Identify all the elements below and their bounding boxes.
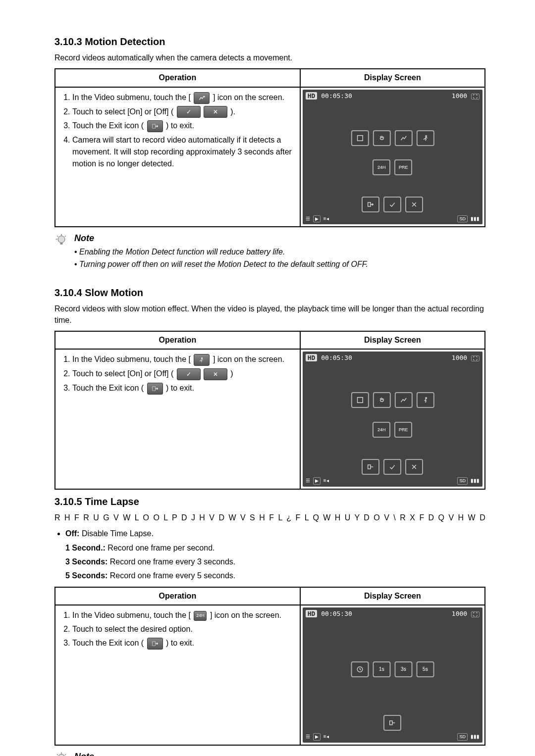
slow-motion-icon bbox=[194, 354, 210, 366]
svg-rect-17 bbox=[390, 721, 392, 725]
svg-rect-14 bbox=[368, 465, 371, 469]
five-seconds-icon: 5s bbox=[416, 661, 434, 677]
exit-cell-icon bbox=[362, 197, 379, 212]
motion-icon bbox=[394, 130, 412, 146]
lightbulb-icon bbox=[54, 752, 68, 756]
24h-icon: 24H bbox=[194, 611, 207, 621]
x-icon: ✕ bbox=[204, 106, 227, 118]
display-screen-slow: HD 00:05:30 1000 ⛶ 24H PRE bbox=[300, 349, 485, 489]
exit-icon bbox=[147, 638, 163, 650]
step-2: Touch to select the desired option. bbox=[72, 623, 296, 635]
off-clock-icon bbox=[351, 661, 369, 677]
svg-point-13 bbox=[425, 398, 427, 399]
motion-detect-icon bbox=[194, 92, 210, 104]
col-operation: Operation bbox=[55, 587, 300, 605]
intro-time-lapse-garbled: R H F R U G V W L O O L P D J H V D W V … bbox=[54, 512, 485, 523]
svg-rect-1 bbox=[357, 135, 363, 141]
exit-icon bbox=[147, 120, 163, 132]
col-operation: Operation bbox=[55, 331, 300, 349]
x-cell-icon bbox=[405, 459, 423, 475]
runner-icon bbox=[416, 130, 434, 146]
svg-rect-12 bbox=[357, 398, 363, 403]
svg-point-2 bbox=[425, 135, 427, 137]
time-lapse-options: Off: Disable Time Lapse. 1 Second.: Reco… bbox=[54, 528, 485, 582]
step-2: Touch to select [On] or [Off] ( ✓ ✕ ). bbox=[72, 106, 296, 118]
step-1: In the Video submenu, touch the [ ] icon… bbox=[72, 92, 296, 104]
svg-line-7 bbox=[57, 236, 58, 237]
motion-icon bbox=[394, 392, 412, 408]
hand-icon bbox=[373, 130, 390, 146]
note-item: Turning power off then on will reset the… bbox=[74, 259, 368, 270]
note-title: Note bbox=[74, 751, 329, 756]
svg-line-21 bbox=[57, 754, 58, 755]
table-time-lapse: Operation Display Screen In the Video su… bbox=[54, 587, 485, 746]
step-4: Camera will start to record video automa… bbox=[72, 134, 296, 170]
note-item: Enabling the Motion Detect function will… bbox=[74, 247, 368, 257]
table-slow-motion: Operation Display Screen In the Video su… bbox=[54, 331, 485, 490]
three-seconds-icon: 3s bbox=[394, 661, 412, 677]
svg-rect-0 bbox=[152, 124, 155, 128]
grid-icon bbox=[351, 392, 369, 408]
heading-time-lapse: 3.10.5 Time Lapse bbox=[54, 495, 485, 508]
display-screen-motion: HD 00:05:30 1000 ⛶ 24H PRE bbox=[300, 87, 485, 227]
note-time-lapse: Note Pause function can not be used when… bbox=[54, 751, 485, 756]
svg-line-8 bbox=[65, 236, 66, 237]
col-display-screen: Display Screen bbox=[300, 69, 485, 87]
runner-icon bbox=[416, 392, 434, 408]
check-icon: ✓ bbox=[177, 368, 201, 380]
svg-rect-15 bbox=[152, 642, 155, 646]
note-title: Note bbox=[74, 232, 368, 245]
hand-icon bbox=[373, 392, 390, 408]
svg-line-22 bbox=[65, 754, 66, 755]
step-1: In the Video submenu, touch the [ 24H ] … bbox=[72, 609, 296, 621]
intro-slow-motion: Record videos with slow motion effect. W… bbox=[54, 303, 485, 326]
step-3: Touch the Exit icon ( ) to exit. bbox=[72, 120, 296, 132]
col-display-screen: Display Screen bbox=[300, 331, 485, 349]
pre-icon: PRE bbox=[394, 159, 412, 175]
step-1: In the Video submenu, touch the [ ] icon… bbox=[72, 353, 296, 366]
one-second-icon: 1s bbox=[373, 661, 390, 677]
svg-point-10 bbox=[202, 357, 203, 358]
col-operation: Operation bbox=[55, 69, 300, 87]
step-3: Touch the Exit icon ( ) to exit. bbox=[72, 382, 296, 395]
table-motion-detection: Operation Display Screen In the Video su… bbox=[54, 68, 485, 227]
check-cell-icon bbox=[383, 459, 401, 475]
step-2: Touch to select [On] or [Off] ( ✓ ✕ ) bbox=[72, 368, 296, 380]
x-cell-icon bbox=[405, 197, 423, 212]
col-display-screen: Display Screen bbox=[300, 587, 485, 605]
check-icon: ✓ bbox=[177, 106, 201, 118]
svg-rect-11 bbox=[152, 387, 155, 391]
pre-icon: PRE bbox=[394, 422, 412, 438]
heading-slow-motion: 3.10.4 Slow Motion bbox=[54, 286, 485, 300]
svg-point-18 bbox=[58, 754, 65, 756]
svg-rect-5 bbox=[60, 243, 62, 245]
exit-icon bbox=[147, 383, 163, 395]
display-screen-lapse: HD 00:05:30 1000 ⛶ 1s 3s 5s ☰▶≡◂ SD▮▮▮ bbox=[300, 605, 485, 745]
lightbulb-icon bbox=[54, 233, 68, 271]
exit-cell-icon bbox=[383, 715, 401, 731]
exit-cell-icon bbox=[362, 459, 379, 475]
intro-motion-detection: Record videos automatically when the cam… bbox=[54, 52, 485, 63]
svg-point-4 bbox=[58, 236, 65, 243]
heading-motion-detection: 3.10.3 Motion Detection bbox=[54, 35, 485, 49]
check-cell-icon bbox=[383, 197, 401, 212]
svg-rect-3 bbox=[368, 202, 371, 206]
grid-icon bbox=[351, 130, 369, 146]
note-motion-detection: Note Enabling the Motion Detect function… bbox=[54, 232, 485, 271]
24h-icon: 24H bbox=[373, 422, 390, 438]
24h-icon: 24H bbox=[373, 159, 390, 175]
x-icon: ✕ bbox=[204, 368, 227, 380]
step-3: Touch the Exit icon ( ) to exit. bbox=[72, 637, 296, 650]
